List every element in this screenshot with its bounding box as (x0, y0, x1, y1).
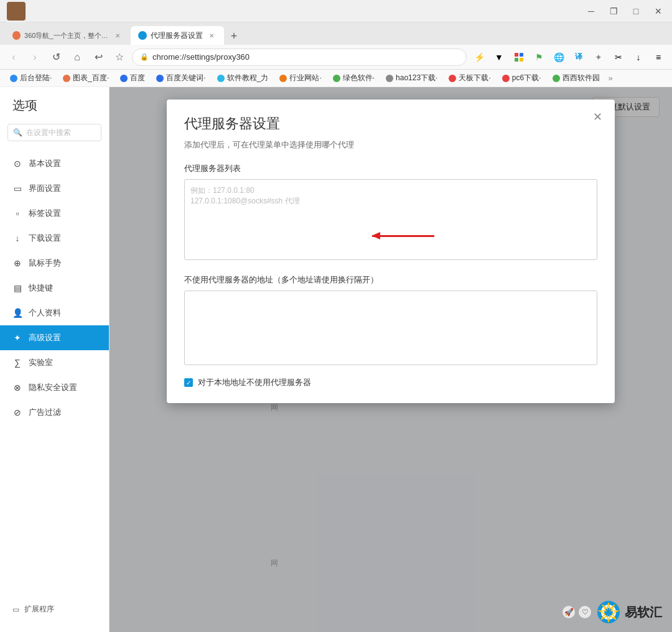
bookmark-label-7: hao123下载· (396, 73, 437, 83)
bookmark-5[interactable]: 行业网站· (274, 72, 326, 85)
bookmark-label-0: 后台登陆· (20, 73, 52, 83)
localhost-checkbox-row: 对于本地地址不使用代理服务器 (184, 377, 597, 388)
arrow-line (372, 235, 434, 237)
sidebar-label-shortcut: 快捷键 (29, 282, 53, 294)
reload-button[interactable]: ↺ (47, 49, 65, 66)
extension-icon[interactable]: ✦ (590, 49, 607, 66)
search-icon: 🔍 (13, 128, 22, 137)
globe-icon[interactable]: 🌐 (550, 49, 567, 66)
new-tab-button[interactable]: + (225, 27, 243, 45)
maximize-button[interactable]: □ (627, 2, 645, 20)
lightning-icon[interactable]: ⚡ (470, 49, 488, 66)
download-icon[interactable]: ↓ (630, 49, 647, 66)
bookmark-8[interactable]: 天板下载· (444, 72, 495, 85)
translate-icon[interactable]: 译 (570, 49, 587, 66)
sidebar-label-adblock: 广告过滤 (29, 407, 61, 418)
no-proxy-textarea[interactable] (184, 290, 597, 365)
bookmark-6[interactable]: 绿色软件· (328, 72, 380, 85)
bookmark-4[interactable]: 软件教程_力 (212, 72, 274, 85)
bottom-branding: 🚀 ♡ 易软汇 (562, 600, 662, 625)
bookmark-9[interactable]: pc6下载· (497, 72, 546, 85)
search-box[interactable]: 🔍 在设置中搜索 (7, 124, 101, 141)
bookmark-icon-5 (279, 75, 287, 82)
tab-label-proxy: 代理服务器设置 (151, 30, 203, 41)
sidebar-label-privacy: 隐私安全设置 (29, 382, 77, 393)
proxy-list-textarea[interactable] (184, 179, 597, 260)
sidebar-footer-extensions[interactable]: ▭ 扩展程序 (0, 597, 109, 622)
history-button[interactable]: ↩ (90, 49, 107, 66)
basic-icon: ⊙ (12, 159, 22, 169)
sidebar-item-interface[interactable]: ▭ 界面设置 (0, 176, 109, 201)
sidebar-label-lab: 实验室 (29, 357, 53, 368)
content-area: 恢复默认设置 内 安 隐 网 网 ✕ 代理服务器设置 添加代理后，可在代理菜单中… (110, 87, 672, 632)
dialog-backdrop: ✕ 代理服务器设置 添加代理后，可在代理菜单中选择使用哪个代理 代理服务器列表 … (110, 87, 672, 632)
bookmark-label-3: 百度关键词· (166, 73, 205, 83)
home-button[interactable]: ⌂ (68, 49, 86, 66)
brand-icons: 🚀 ♡ (562, 606, 591, 618)
forward-button[interactable]: › (26, 49, 44, 66)
sidebar-label-profile: 个人资料 (29, 307, 61, 318)
tab-icon-360 (12, 31, 21, 40)
sidebar-label-basic: 基本设置 (29, 158, 61, 169)
toolbar-buttons: ⚡ ▼ ⚑ 🌐 译 ✦ ✂ ↓ ≡ (470, 49, 667, 66)
sidebar-item-profile[interactable]: 👤 个人资料 (0, 300, 109, 325)
dialog-close-button[interactable]: ✕ (590, 109, 605, 124)
brand-logo-svg (596, 600, 621, 625)
adblock-icon: ⊘ (12, 407, 22, 417)
sidebar-item-gesture[interactable]: ⊕ 鼠标手势 (0, 251, 109, 276)
bookmark-2[interactable]: 百度 (115, 72, 150, 85)
proxy-list-label: 代理服务器列表 (184, 163, 597, 174)
bookmark-10[interactable]: 西西软件园 (548, 72, 605, 85)
sidebar-item-lab[interactable]: ∑ 实验室 (0, 350, 109, 375)
sidebar-item-download[interactable]: ↓ 下载设置 (0, 226, 109, 251)
window-controls: ─ ❐ □ ✕ (582, 2, 667, 20)
sidebar-item-advanced[interactable]: ✦ 高级设置 (0, 325, 109, 350)
url-bar[interactable]: 🔒 chrome://settings/proxy360 (132, 49, 467, 66)
sidebar-item-basic[interactable]: ⊙ 基本设置 (0, 151, 109, 176)
localhost-checkbox[interactable] (184, 378, 193, 387)
privacy-icon: ⊗ (12, 383, 22, 393)
bookmark-0[interactable]: 后台登陆· (5, 72, 57, 85)
more-bookmarks[interactable]: » (606, 73, 615, 83)
sidebar-item-privacy[interactable]: ⊗ 隐私安全设置 (0, 375, 109, 400)
tab-icon-proxy (138, 31, 147, 40)
bookmark-icon-8 (449, 75, 456, 82)
sidebar-item-tabs[interactable]: ▫ 标签设置 (0, 201, 109, 226)
lab-icon: ∑ (12, 358, 22, 368)
gesture-icon: ⊕ (12, 258, 22, 268)
extensions-label: 扩展程序 (24, 604, 54, 615)
dialog-title: 代理服务器设置 (184, 114, 597, 133)
restore-button[interactable]: ❐ (605, 2, 622, 20)
tab-360[interactable]: 360导航_一个主页，整个世界 ✕ (5, 26, 129, 45)
tab-proxy[interactable]: 代理服务器设置 ✕ (131, 26, 224, 45)
tab-close-360[interactable]: ✕ (113, 30, 122, 40)
heart-icon: ♡ (579, 606, 591, 618)
proxy-settings-dialog: ✕ 代理服务器设置 添加代理后，可在代理菜单中选择使用哪个代理 代理服务器列表 … (167, 100, 615, 403)
download-nav-icon: ↓ (12, 233, 22, 243)
dropdown-icon[interactable]: ▼ (490, 49, 508, 66)
tab-close-proxy[interactable]: ✕ (207, 30, 217, 40)
rocket-icon: 🚀 (562, 606, 575, 618)
bookmark-1[interactable]: 图表_百度· (58, 72, 114, 85)
bookmark-icon-6 (333, 75, 340, 82)
brand-text: 易软汇 (625, 604, 662, 621)
sidebar: 选项 🔍 在设置中搜索 ⊙ 基本设置 ▭ 界面设置 ▫ 标签设置 ↓ 下载设置 … (0, 87, 110, 632)
url-text: chrome://settings/proxy360 (152, 52, 250, 62)
bookmark-icon-2 (120, 75, 128, 82)
bookmark-label-1: 图表_百度· (73, 73, 109, 83)
bookmark-7[interactable]: hao123下载· (381, 72, 442, 85)
bookmark-icon-9 (502, 75, 510, 82)
bookmark-3[interactable]: 百度关键词· (151, 72, 210, 85)
menu-icon[interactable]: ≡ (650, 49, 667, 66)
sidebar-item-shortcut[interactable]: ▤ 快捷键 (0, 276, 109, 300)
back-button[interactable]: ‹ (5, 49, 22, 66)
bookmark-button[interactable]: ☆ (111, 49, 128, 66)
scissors-icon[interactable]: ✂ (610, 49, 627, 66)
flag-icon[interactable]: ⚑ (530, 49, 548, 66)
address-bar: ‹ › ↺ ⌂ ↩ ☆ 🔒 chrome://settings/proxy360… (0, 45, 672, 70)
minimize-button[interactable]: ─ (582, 2, 600, 20)
sidebar-item-adblock[interactable]: ⊘ 广告过滤 (0, 400, 109, 425)
close-button[interactable]: ✕ (650, 2, 667, 20)
apps-icon[interactable] (510, 49, 528, 66)
titlebar: ─ ❐ □ ✕ (0, 0, 672, 22)
